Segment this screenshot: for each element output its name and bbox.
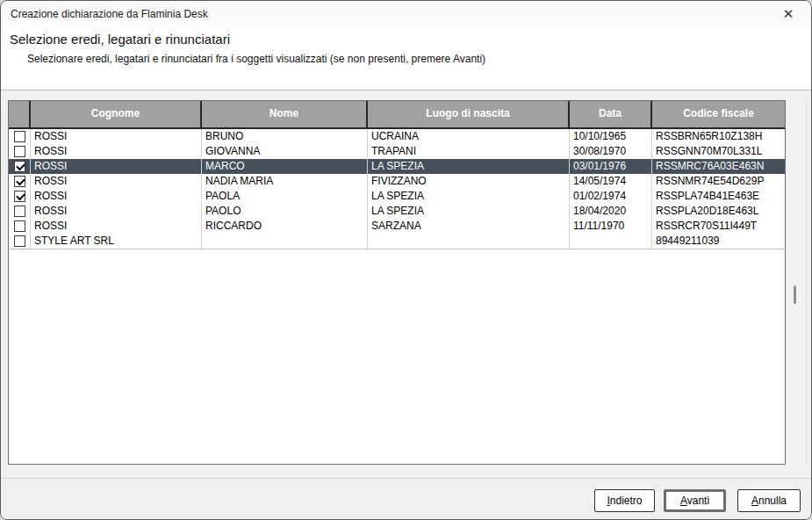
- cell-codice-fiscale: RSSMRC76A03E463N: [652, 159, 785, 174]
- row-select-cell: [9, 144, 31, 159]
- table-row[interactable]: STYLE ART SRL 89449211039: [9, 234, 785, 249]
- table-row[interactable]: ROSSI PAOLO LA SPEZIA 18/04/2020 RSSPLA2…: [9, 204, 785, 219]
- cell-codice-fiscale: RSSNMR74E54D629P: [652, 174, 785, 189]
- row-checkbox[interactable]: [14, 235, 25, 247]
- cell-nome: PAOLO: [202, 204, 368, 219]
- cell-data: 03/01/1976: [570, 159, 652, 174]
- row-checkbox[interactable]: [14, 191, 25, 202]
- footer-divider: [1, 478, 811, 479]
- cell-luogo: FIVIZZANO: [368, 174, 570, 189]
- close-icon: ✕: [783, 6, 794, 22]
- row-checkbox[interactable]: [14, 176, 25, 187]
- button-label: A: [680, 495, 687, 507]
- subjects-table: Cognome Nome Luogo di nascita Data Codic…: [8, 100, 786, 465]
- cell-cognome: STYLE ART SRL: [31, 234, 202, 249]
- cell-data: 10/10/1965: [570, 129, 652, 144]
- table-row[interactable]: ROSSI MARCO LA SPEZIA 03/01/1976 RSSMRC7…: [9, 159, 785, 174]
- cell-cognome: ROSSI: [31, 174, 202, 189]
- cell-luogo: TRAPANI: [368, 144, 570, 159]
- row-checkbox[interactable]: [14, 161, 25, 172]
- column-header-cognome[interactable]: Cognome: [31, 101, 202, 127]
- indietro-button[interactable]: Indietro: [594, 489, 655, 512]
- cell-codice-fiscale: RSSPLA74B41E463E: [652, 189, 785, 204]
- row-select-cell: [9, 189, 31, 204]
- cell-data: 14/05/1974: [570, 174, 652, 189]
- cell-data: 01/02/1974: [570, 189, 652, 204]
- table-row[interactable]: ROSSI NADIA MARIA FIVIZZANO 14/05/1974 R…: [9, 174, 785, 189]
- cell-cognome: ROSSI: [31, 159, 202, 174]
- page-subtitle: Selezionare eredi, legatari e rinunciata…: [27, 53, 485, 65]
- column-header-data[interactable]: Data: [570, 101, 652, 127]
- cell-luogo: LA SPEZIA: [368, 189, 570, 204]
- cell-codice-fiscale: RSSRCR70S11I449T: [652, 219, 785, 234]
- avanti-button[interactable]: Avanti: [664, 489, 726, 512]
- cell-nome: RICCARDO: [202, 219, 368, 234]
- cell-luogo: UCRAINA: [368, 129, 570, 144]
- table-row[interactable]: ROSSI BRUNO UCRAINA 10/10/1965 RSSBRN65R…: [9, 129, 785, 144]
- table-body: ROSSI BRUNO UCRAINA 10/10/1965 RSSBRN65R…: [9, 129, 785, 249]
- cell-nome: [202, 234, 368, 249]
- content-area: Cognome Nome Luogo di nascita Data Codic…: [1, 90, 811, 519]
- row-select-cell: [9, 234, 31, 249]
- button-label: ndietro: [610, 495, 643, 507]
- row-select-cell: [9, 174, 31, 189]
- cell-data: [570, 234, 652, 249]
- cell-nome: NADIA MARIA: [202, 174, 368, 189]
- cell-cognome: ROSSI: [31, 129, 202, 144]
- cell-nome: BRUNO: [202, 129, 368, 144]
- cell-data: 18/04/2020: [570, 204, 652, 219]
- cell-luogo: LA SPEZIA: [368, 159, 570, 174]
- page-title: Selezione eredi, legatari e rinunciatari: [10, 32, 230, 47]
- cell-luogo: LA SPEZIA: [368, 204, 570, 219]
- cell-codice-fiscale: RSSBRN65R10Z138H: [652, 129, 785, 144]
- row-select-cell: [9, 204, 31, 219]
- row-checkbox[interactable]: [14, 206, 25, 217]
- wizard-header: Selezione eredi, legatari e rinunciatari…: [1, 27, 811, 90]
- title-bar: Creazione dichiarazione da Flaminia Desk…: [1, 1, 811, 27]
- row-checkbox[interactable]: [14, 220, 25, 232]
- cell-cognome: ROSSI: [31, 144, 202, 159]
- cell-nome: GIOVANNA: [202, 144, 368, 159]
- button-label: vanti: [687, 495, 709, 507]
- column-header-cf[interactable]: Codice fiscale: [652, 101, 785, 127]
- cell-cognome: ROSSI: [31, 189, 202, 204]
- table-row[interactable]: ROSSI PAOLA LA SPEZIA 01/02/1974 RSSPLA7…: [9, 189, 785, 204]
- vertical-scrollbar[interactable]: [787, 100, 807, 465]
- row-select-cell: [9, 159, 31, 174]
- window-title: Creazione dichiarazione da Flaminia Desk: [11, 1, 208, 27]
- cell-codice-fiscale: RSSGNN70M70L331L: [652, 144, 785, 159]
- row-checkbox[interactable]: [14, 131, 25, 142]
- column-header-nome[interactable]: Nome: [202, 101, 368, 127]
- cell-luogo: [368, 234, 570, 249]
- dialog-window: Creazione dichiarazione da Flaminia Desk…: [0, 0, 812, 520]
- cell-codice-fiscale: 89449211039: [652, 234, 785, 249]
- column-header-select[interactable]: [9, 101, 31, 127]
- row-select-cell: [9, 129, 31, 144]
- cell-nome: PAOLA: [202, 189, 368, 204]
- table-row[interactable]: ROSSI GIOVANNA TRAPANI 30/08/1970 RSSGNN…: [9, 144, 785, 159]
- cell-data: 30/08/1970: [570, 144, 652, 159]
- table-header-row: Cognome Nome Luogo di nascita Data Codic…: [9, 101, 785, 129]
- cell-cognome: ROSSI: [31, 219, 202, 234]
- cell-codice-fiscale: RSSPLA20D18E463L: [652, 204, 785, 219]
- cell-cognome: ROSSI: [31, 204, 202, 219]
- cell-data: 11/11/1970: [570, 219, 652, 234]
- column-header-luogo[interactable]: Luogo di nascita: [368, 101, 570, 127]
- cell-nome: MARCO: [202, 159, 368, 174]
- annulla-button[interactable]: Annulla: [737, 489, 801, 512]
- button-label: A: [751, 495, 758, 507]
- table-row[interactable]: ROSSI RICCARDO SARZANA 11/11/1970 RSSRCR…: [9, 219, 785, 234]
- row-checkbox[interactable]: [14, 146, 25, 157]
- button-label: nnulla: [758, 495, 787, 507]
- scrollbar-thumb[interactable]: [794, 285, 796, 304]
- cell-luogo: SARZANA: [368, 219, 570, 234]
- close-button[interactable]: ✕: [770, 2, 807, 26]
- row-select-cell: [9, 219, 31, 234]
